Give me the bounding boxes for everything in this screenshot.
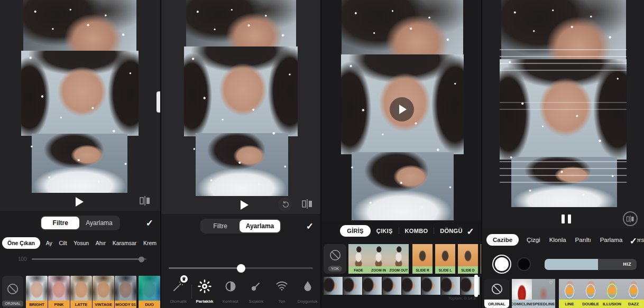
clip-thumbnail-face <box>500 59 627 160</box>
adjust-tool-row: ♛ Otomatik <box>165 278 320 304</box>
category-yosun[interactable]: Yosun <box>72 237 90 249</box>
favorite-heart-icon[interactable]: ♡ <box>549 280 553 285</box>
tool-kontrast[interactable]: Kontrast <box>217 278 243 304</box>
transition-tile-row: YOK FADE ZOOM IN ZOOM OUT SLIDE R <box>324 244 482 274</box>
play-button[interactable] <box>241 200 249 210</box>
temperature-icon <box>243 278 269 294</box>
timeline-scrubber-handle[interactable] <box>474 275 478 297</box>
transition-tile-slide-d[interactable]: SLIDE D <box>458 244 478 274</box>
color-swatch-white[interactable] <box>495 257 509 271</box>
filter-tile-duo[interactable]: DUO <box>139 276 160 308</box>
filter-tile-original[interactable]: ORJINAL <box>2 276 23 308</box>
filter-tile-bright[interactable]: BRIGHT <box>26 276 48 308</box>
tab-dongu[interactable]: DÖNGÜ <box>440 228 462 234</box>
speed-label: HIZ <box>623 262 632 267</box>
speed-slider-fill <box>545 259 598 270</box>
transition-tile-slide-l[interactable]: SLIDE L <box>435 244 455 274</box>
tab-ayarlama[interactable]: Ayarlama <box>240 220 281 232</box>
intensity-value: 100 <box>18 256 27 262</box>
category-cilt[interactable]: Cilt <box>58 237 68 249</box>
tool-doygunluk[interactable]: Doygunluk <box>295 278 320 304</box>
filter-tile-vintage[interactable]: VINTAGE <box>93 276 114 308</box>
magic-wand-icon: ♛ <box>165 278 191 294</box>
filter-tile-latte[interactable]: LATTE <box>70 276 92 308</box>
compare-icon[interactable] <box>623 211 638 226</box>
slider-thumb[interactable] <box>237 264 245 273</box>
confirm-check-icon[interactable]: ✓ <box>146 218 153 229</box>
play-button[interactable] <box>76 197 84 207</box>
filter-tile-moody[interactable]: MOODY 01 <box>115 276 136 308</box>
tab-cikis[interactable]: ÇIKIŞ <box>376 228 393 234</box>
confirm-check-icon[interactable]: ✓ <box>466 226 474 237</box>
undo-icon[interactable] <box>278 198 292 211</box>
tool-otomatik[interactable]: ♛ Otomatik <box>165 278 191 304</box>
adjust-slider <box>169 267 313 269</box>
adjust-screen: Filtre Ayarlama ✓ ♛ Otomat <box>161 0 321 308</box>
filter-sheet: Filtre Ayarlama ✓ Öne Çıkan Ay Cilt Yosu… <box>0 211 160 308</box>
filter-tile-label: DUO <box>139 301 160 308</box>
effect-tile-illusion[interactable]: ILLUSION <box>601 279 623 308</box>
transition-tile-zoomout[interactable]: ZOOM OUT <box>389 244 409 274</box>
tool-sicaklik[interactable]: Sıcaklık <box>243 278 269 304</box>
tab-cazibe[interactable]: Cazibe <box>486 234 519 246</box>
tab-ayarlama[interactable]: Ayarlama <box>79 217 118 229</box>
filter-tile-label: LATTE <box>70 301 92 308</box>
effect-tile-original[interactable]: ORJINAL <box>484 279 509 308</box>
filmstrip-frame <box>402 277 421 295</box>
slider-thumb[interactable] <box>139 256 144 262</box>
pause-button[interactable] <box>562 214 571 223</box>
slider-track[interactable] <box>169 267 313 269</box>
confirm-check-icon[interactable]: ✓ <box>628 236 637 246</box>
transition-tile-slide-r[interactable]: SLIDE R <box>412 244 433 274</box>
compare-icon[interactable] <box>301 199 313 209</box>
effect-tile-label: ILLUSION <box>601 300 623 308</box>
category-ay[interactable]: Ay <box>45 237 53 249</box>
compare-icon[interactable] <box>139 195 151 206</box>
divider <box>399 228 399 234</box>
filter-adjust-switch: Filtre Ayarlama <box>200 219 282 234</box>
transition-screen: GİRİŞ ÇIKIŞ KOMBO DÖNGÜ ✓ YOK FADE <box>321 0 482 308</box>
filter-tile-label: MOODY 01 <box>115 301 136 308</box>
play-button[interactable] <box>390 97 414 122</box>
category-one-cikan[interactable]: Öne Çıkan <box>2 237 40 249</box>
category-ahir[interactable]: Ahır <box>95 237 107 249</box>
filter-tile-label: ORJINAL <box>2 301 23 306</box>
tab-giris[interactable]: GİRİŞ <box>340 225 370 237</box>
filter-tile-label: PINK <box>48 301 70 308</box>
tool-parlaklik[interactable]: Parlaklık <box>192 278 218 304</box>
effect-tile-dazz[interactable]: DAZZ <box>623 279 644 308</box>
effect-tile-line[interactable]: LINE <box>559 279 580 308</box>
tab-klonla[interactable]: Klonla <box>548 234 567 246</box>
brightness-sun-icon <box>192 278 218 294</box>
effect-tile-comicline[interactable]: COMICLINE <box>512 279 532 308</box>
tool-ton[interactable]: Ton <box>269 278 295 304</box>
transition-tile-label: ZOOM IN <box>369 266 389 274</box>
effect-tile-double[interactable]: DOUBLE <box>580 279 601 308</box>
tool-label: Parlaklık <box>196 299 214 304</box>
color-swatch-black[interactable] <box>517 257 531 271</box>
tool-label: Kontrast <box>223 299 238 304</box>
filter-tile-pink[interactable]: PINK <box>48 276 70 308</box>
slider-fill <box>169 267 241 269</box>
tab-parlama[interactable]: Parlama <box>599 234 624 246</box>
speed-slider[interactable]: HIZ <box>545 259 637 270</box>
confirm-check-icon[interactable]: ✓ <box>306 221 314 232</box>
tab-kombo[interactable]: KOMBO <box>405 228 428 234</box>
transition-tile-label: YOK <box>328 266 342 272</box>
timeline-filmstrip[interactable] <box>324 277 480 295</box>
slider-track[interactable] <box>32 258 146 260</box>
category-krem[interactable]: Krem <box>142 237 158 249</box>
transition-tile-fade[interactable]: FADE <box>348 244 369 274</box>
category-karamsar[interactable]: Karamsar <box>112 237 138 249</box>
transition-tile-yok[interactable]: YOK <box>324 244 346 274</box>
no-filter-icon <box>6 282 20 296</box>
tab-filtre[interactable]: Filtre <box>41 217 79 229</box>
tab-filtre[interactable]: Filtre <box>201 220 240 232</box>
filmstrip-frame <box>441 277 461 295</box>
tab-cizgi[interactable]: Çizgi <box>526 234 541 246</box>
transport-bar <box>161 196 320 214</box>
effect-tile-speedline[interactable]: ♡ SPEEDLINE <box>532 279 555 308</box>
tab-parilti[interactable]: Parıltı <box>574 234 592 246</box>
clip-thumbnail-profile <box>352 152 454 220</box>
transition-tile-zoomin[interactable]: ZOOM IN <box>369 244 389 274</box>
